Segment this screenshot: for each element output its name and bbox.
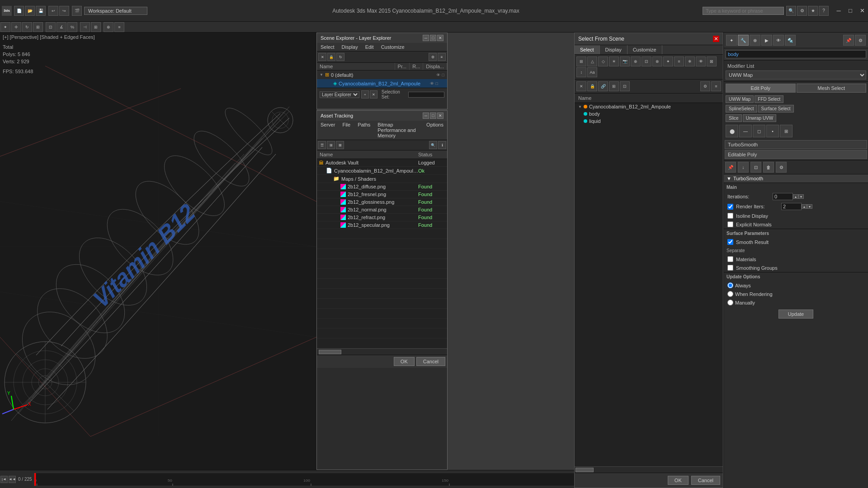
configure-modifier[interactable]: ⚙ [776,162,787,173]
at-row-normal[interactable]: 2b12_normal.png Found [317,206,447,214]
save-btn[interactable]: 💾 [36,6,46,16]
open-btn[interactable]: 📂 [25,6,35,16]
scene-explorer-minimize[interactable]: ─ [423,35,429,41]
se-selection-set-input[interactable] [408,92,444,98]
render-setup-icon[interactable]: 🎬 [72,6,82,16]
at-cancel-button[interactable]: Cancel [416,357,445,366]
spline-select-btn[interactable]: SplineSelect [726,105,757,113]
sfs-particle-icon[interactable]: ✦ [663,56,673,66]
turbosm-smooth-check[interactable] [727,239,733,245]
motion-mode-btn[interactable]: ▶ [761,35,772,46]
sfs-subflag-icon[interactable]: ⊠ [707,56,717,66]
at-menu-options[interactable]: Options [423,121,447,140]
unwrap-uvw-btn2[interactable]: Unwrap UVW [743,114,777,122]
sfs-settings2-icon[interactable]: ⚙ [700,81,710,91]
turbosm-iters-input[interactable] [773,193,793,200]
workspace-dropdown[interactable]: Workspace: Default [84,7,147,15]
turbosm-title[interactable]: ▼ TurboSmooth [724,174,868,183]
at-scroll-thumb[interactable] [319,350,341,354]
at-menu-file[interactable]: File [339,121,354,140]
sfs-tab-customize[interactable]: Customize [627,45,662,54]
move-btn[interactable]: ✛ [11,22,21,32]
at-minimize[interactable]: ─ [423,113,429,119]
se-menu-display[interactable]: Display [338,43,362,51]
se-menu-edit[interactable]: Edit [362,43,377,51]
turbosm-manually-radio[interactable] [727,300,733,305]
turbosm-render-input[interactable] [781,203,802,210]
sfs-case-icon[interactable]: Aa [587,67,597,77]
sfs-lock2-icon[interactable]: 🔒 [587,81,597,91]
se-remove-icon[interactable]: ✕ [370,90,377,99]
edge-mode-btn[interactable]: — [739,125,752,137]
se-filter-icon[interactable]: ≡ [438,53,446,61]
se-object-row[interactable]: ◈ Cyanocobalamin_B12_2ml_Ampoule 👁 □ [317,79,447,88]
sfs-misc-icon[interactable]: ≡ [674,56,684,66]
utilities-mode-btn[interactable]: 🔩 [785,35,796,46]
show-end-result[interactable]: ↓ [738,162,749,173]
at-menu-bitmap[interactable]: Bitmap Performance and Memory [374,121,423,140]
at-row-vault[interactable]: 🏛 Autodesk Vault Logged [317,159,447,167]
turbosm-materials-check[interactable] [727,256,733,262]
at-row-fresnel[interactable]: 2b12_fresnel.png Found [317,191,447,198]
se-lock-icon[interactable]: 🔒 [327,53,335,61]
mirror-btn[interactable]: ⊣ [80,22,90,32]
layer-manager-btn[interactable]: ⊕ [104,22,113,32]
make-unique-btn[interactable]: ⊡ [750,162,761,173]
close-btn[interactable]: ✕ [856,5,868,17]
hierarchy-mode-btn[interactable]: ⊕ [750,35,760,46]
sfs-root-item[interactable]: ▼ Cyanocobalamin_B12_2ml_Ampoule [575,103,723,110]
se-menu-select[interactable]: Select [317,43,338,51]
spinner-down[interactable]: ▼ [798,194,804,199]
render-spinner-down[interactable]: ▼ [807,204,812,209]
redo-btn[interactable]: ↪ [59,6,69,16]
render-spinner-up[interactable]: ▲ [802,204,807,209]
star-icon[interactable]: ★ [808,6,818,16]
tl-start-btn[interactable]: |◄ [0,476,8,483]
se-add-icon[interactable]: + [361,90,369,99]
sfs-ok-button[interactable]: OK [668,476,689,485]
sfs-space-icon[interactable]: ⊡ [642,56,651,66]
turbosm-explicit-check[interactable] [727,221,733,227]
element-mode-btn[interactable]: ⊞ [780,125,793,137]
turbosm-isoline-check[interactable] [727,213,733,219]
sfs-tree-view[interactable]: ▼ Cyanocobalamin_B12_2ml_Ampoule body li… [575,103,723,466]
turbosm-rendering-radio[interactable] [727,291,733,297]
turbosm-render-spinner[interactable]: ▲ ▼ [802,204,812,209]
sfs-close2-icon[interactable]: ✕ [576,81,586,91]
angle-snap[interactable]: ∡ [57,22,66,32]
sfs-cancel-button[interactable]: Cancel [691,476,720,485]
minimize-btn[interactable]: ─ [833,5,844,17]
se-refresh-icon[interactable]: ↻ [336,53,344,61]
tl-prev-key[interactable]: ◄◄ [9,476,16,483]
at-info-icon[interactable]: ℹ [438,141,446,149]
at-search-icon[interactable]: 🔍 [429,141,437,149]
spinner-up[interactable]: ▲ [793,194,798,199]
se-expand-chevron[interactable]: ▼ [320,73,323,77]
at-ok-button[interactable]: OK [394,357,415,366]
at-icon1[interactable]: ☰ [318,141,326,149]
se-settings-icon[interactable]: ⚙ [429,53,437,61]
sfs-scroll-thumb[interactable] [576,468,594,472]
sfs-scrollbar-h[interactable] [575,466,723,473]
sfs-liquid-item[interactable]: liquid [575,117,723,125]
sfs-body-item[interactable]: body [575,110,723,117]
sfs-helper-icon[interactable]: ⊕ [631,56,641,66]
turbosm-always-radio[interactable] [727,282,733,288]
percent-snap[interactable]: % [67,22,77,32]
pin-stack-icon[interactable]: 📌 [843,35,854,46]
sfs-close-btn[interactable]: ✕ [713,36,719,42]
sfs-all-icon[interactable]: ⊞ [576,56,586,66]
se-close-icon[interactable]: ✕ [318,53,326,61]
se-menu-customize[interactable]: Customize [377,43,408,51]
scene-explorer-pin[interactable]: □ [430,35,436,41]
slice-btn[interactable]: Slice [726,114,742,122]
sfs-link-icon[interactable]: 🔗 [598,81,608,91]
se-default-layer[interactable]: ▼ ⊞ 0 (default) 👁 □ [317,70,447,79]
mesh-select-btn[interactable]: Mesh Select [797,84,867,93]
new-btn[interactable]: 📄 [14,6,24,16]
sfs-filter2-icon[interactable]: ≡ [711,81,721,91]
settings-icon[interactable]: ⚙ [797,6,807,16]
sfs-cam-icon[interactable]: 📷 [620,56,630,66]
undo-btn[interactable]: ↩ [48,6,58,16]
at-row-mainfile[interactable]: 📄 Cyanocobalamin_B12_2ml_Ampoule_max_vra… [317,167,447,175]
